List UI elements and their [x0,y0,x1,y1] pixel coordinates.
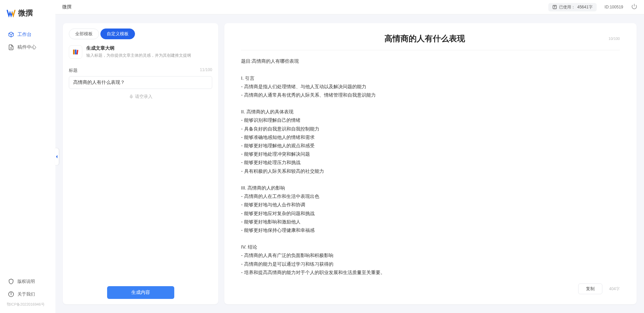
sidebar-item-label: 工作台 [17,32,32,38]
template-card: 生成文章大纲 输入标题，为你提供文章主体的灵感，并为其创建推文提纲 [69,45,212,59]
usage-badge[interactable]: 已使用：45641字 [548,3,596,11]
books-icon [72,48,79,56]
user-id: ID:100519 [605,5,623,9]
main: 微撰 已使用：45641字 ID:100519 全部模板 自定义模板 [55,0,644,313]
sidebar-item-copyright[interactable]: 版权说明 [0,275,55,288]
usage-value: 45641字 [577,4,592,10]
template-tabs: 全部模板 自定义模板 [69,29,212,39]
copy-button[interactable]: 复制 [578,283,602,294]
sidebar-collapse-handle[interactable] [55,148,59,165]
svg-rect-6 [75,50,77,55]
title-input[interactable] [69,76,212,89]
word-count: 404字 [609,286,620,292]
sidebar-item-label: 版权说明 [17,278,35,284]
logo-icon [7,9,15,17]
topbar-title: 微撰 [62,4,72,10]
generate-button[interactable]: 生成内容 [107,286,174,299]
document-icon [8,44,14,50]
sidebar-item-workspace[interactable]: 工作台 [0,28,55,41]
right-panel: 高情商的人有什么表现 10/100 题目:高情商的人有哪些表现 I. 引言 - … [224,23,637,304]
text-icon [552,5,557,9]
tab-custom-templates[interactable]: 自定义模板 [100,29,135,39]
sidebar-item-label: 稿件中心 [17,44,36,50]
shield-icon [8,278,14,284]
usage-prefix: 已使用： [559,4,575,10]
svg-rect-8 [131,95,132,97]
logo-text: 微撰 [18,8,33,18]
cube-icon [8,32,14,38]
voice-input-button[interactable]: 请空录入 [69,94,212,100]
voice-label: 请空录入 [135,94,152,100]
icp-text: 鄂ICP备2022016946号 [0,301,55,310]
chevron-left-icon [55,155,58,159]
svg-point-2 [11,293,11,294]
svg-rect-7 [77,50,79,55]
info-icon [8,291,14,297]
power-icon [631,3,637,9]
content-area: 全部模板 自定义模板 生成文章大纲 输入标题，为你提供文章主体的灵感，并为其创建… [55,14,644,313]
power-button[interactable] [631,3,637,11]
title-field-label: 标题 [69,67,78,73]
topbar: 微撰 已使用：45641字 ID:100519 [55,0,644,14]
template-name: 生成文章大纲 [86,45,212,51]
template-icon [69,45,82,59]
sidebar-item-label: 关于我们 [17,291,35,297]
template-desc: 输入标题，为你提供文章主体的灵感，并为其创建推文提纲 [86,53,212,58]
svg-rect-5 [73,50,75,55]
document-title-counter: 10/100 [608,37,620,41]
document-title[interactable]: 高情商的人有什么表现 [241,33,608,44]
sidebar-item-drafts[interactable]: 稿件中心 [0,41,55,54]
sidebar-item-about[interactable]: 关于我们 [0,288,55,301]
nav-footer: 版权说明 关于我们 鄂ICP备2022016946号 [0,275,55,313]
logo[interactable]: 微撰 [0,0,55,28]
sidebar: 微撰 工作台 稿件中心 版权说明 关于我们 鄂ICP备2022016946号 [0,0,55,313]
tab-all-templates[interactable]: 全部模板 [69,29,99,39]
left-panel: 全部模板 自定义模板 生成文章大纲 输入标题，为你提供文章主体的灵感，并为其创建… [63,23,218,304]
title-field-counter: 11/100 [200,67,212,73]
document-body[interactable]: 题目:高情商的人有哪些表现 I. 引言 - 高情商是指人们处理情绪、与他人互动以… [241,57,620,277]
nav-main: 工作台 稿件中心 [0,28,55,275]
microphone-icon [129,94,134,99]
